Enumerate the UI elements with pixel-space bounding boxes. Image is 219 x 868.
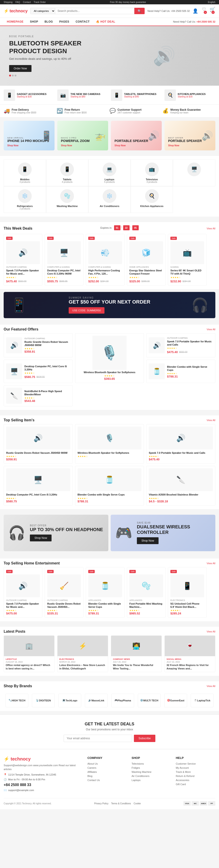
deals-view-all[interactable]: View All	[207, 227, 215, 230]
brand-hightech[interactable]: 🔧 HIGH TECH	[5, 693, 28, 707]
nav-blog[interactable]: BLOG	[41, 18, 56, 26]
cat-grid-kitchen[interactable]: 🍳 Kitchen Appliances	[131, 186, 173, 213]
footer-company-link-0[interactable]: About Us	[87, 762, 127, 765]
language-selector[interactable]: English	[208, 1, 215, 3]
terms-link[interactable]: Terms & Conditions	[111, 802, 131, 805]
footer-help-link-1[interactable]: My Account	[176, 767, 215, 769]
footer-help-link-4[interactable]: Accessories	[176, 779, 215, 781]
he-product-4[interactable]: Sale 🫧 APPLIANCES Foot Portable Mini Was…	[127, 567, 166, 618]
footer-shop-link-3[interactable]: Air Conditioners	[132, 775, 171, 777]
home-ent-view-all[interactable]: View All	[207, 562, 215, 565]
footer-company-link-2[interactable]: Affiliates	[87, 771, 127, 773]
footer-help-link-2[interactable]: Track & More	[176, 771, 215, 773]
promo-iphone[interactable]: NEW ARRIVAL iPHONE 14 PRO MOCKUPS Shop N…	[4, 121, 55, 150]
cat-grid-fridges[interactable]: ❄️ Refrigerators 2 products	[4, 186, 46, 213]
post-2[interactable]: ⚡ ELECTRONICS MARCH 18, 2022 Lotus Elect…	[57, 636, 108, 672]
ts-product-4[interactable]: 🖥️ Desktop Computer PC, Intel Core i5 3.…	[4, 466, 73, 505]
cat-kitchen[interactable]: 🍳 KITCHEN APPLIANCES Starting at $30	[164, 90, 215, 101]
promo-drone-cta[interactable]: Shop Now	[61, 144, 104, 147]
headphone-cta[interactable]: Shop Now	[30, 534, 52, 541]
post-4[interactable]: 🍷 SOCIAL MEDIA JULY 22, 2022 32 French W…	[164, 636, 215, 672]
brand-gunnereast[interactable]: 🎯 GunnerEast	[164, 693, 187, 707]
footer-shop-link-0[interactable]: Televisions	[132, 762, 171, 765]
promo-drone[interactable]: MAVIC 3 PRO POWERFUL ZOOM Shop Now 🚁	[57, 121, 108, 150]
featured-product-1[interactable]: 🔊 OUTDOOR CAMPING Rustic Granite Doves R…	[4, 333, 73, 358]
he-product-5[interactable]: Sale 📱 ELECTRONICS 5G Unlocked Cell Phon…	[168, 567, 207, 618]
contact-link[interactable]: Contact	[23, 1, 31, 3]
he-product-3[interactable]: Sale 🫙 APPLIANCES Blender Combo with Sin…	[86, 567, 125, 618]
ts-product-6[interactable]: 🔪 Vitamix A3500 Brushed Stainless Blende…	[146, 466, 215, 505]
promo-speaker-orange-cta[interactable]: Shop Now	[168, 144, 212, 147]
track-order-link[interactable]: Track Order	[34, 1, 46, 3]
privacy-link[interactable]: Privacy Policy	[94, 802, 108, 805]
cat-grid-mobiles[interactable]: 📱 Mobiles 3 products	[4, 159, 46, 186]
brand-playphama[interactable]: 🎮 PlayPhama	[111, 693, 134, 707]
brand-techlogo[interactable]: 💻 TechLogo	[58, 693, 81, 707]
brands-view-all[interactable]: View All	[207, 685, 215, 687]
featured-product-4[interactable]: 🖥️ Desktop Computer PC, Intel Core i5 3.…	[4, 360, 73, 383]
footer-shop-link-4[interactable]: Laptops	[132, 779, 171, 781]
email-input[interactable]	[64, 735, 132, 742]
deal-product-5[interactable]: Sale 📺 GAMING Series 65' 4K Smart OLED T…	[168, 234, 207, 285]
deal-product-3[interactable]: Sale 💨 COMPUTER & GAMING High Performanc…	[86, 234, 125, 285]
footer-company-link-1[interactable]: Careers	[87, 767, 127, 769]
footer-help-link-3[interactable]: Return & Refund	[176, 775, 215, 777]
footer-company-link-3[interactable]: Blog	[87, 775, 127, 777]
hero-dot-2[interactable]	[12, 74, 14, 76]
post-3[interactable]: 👩‍💻 COMPANY NEWS JULY 20, 2022 We Invite…	[111, 636, 162, 672]
ts-product-2[interactable]: 🎙️ Wireless Bluetooth Speaker for Softph…	[75, 424, 144, 464]
hero-dot-3[interactable]	[14, 74, 17, 76]
brand-masselink[interactable]: 🔊 MasseLink	[85, 693, 108, 707]
cat-grid-tv[interactable]: 📺 Television 3 products	[131, 159, 173, 186]
shipping-link[interactable]: Shipping	[4, 1, 12, 3]
cat-gadgets[interactable]: 📱 GADGET ACCESSORIES Starting at $30	[4, 90, 55, 101]
wishlist-icon[interactable]: ♡0	[202, 7, 206, 15]
deal-product-2[interactable]: Sale 🖥️ COMPUTER & GAMING Desktop Comput…	[45, 234, 84, 285]
hero-dot-1[interactable]	[9, 74, 11, 76]
ts-product-1[interactable]: 🔊 Rustic Granite Doves Robot Vacuum J500…	[4, 424, 73, 464]
featured-center-product[interactable]: 🎙️ Wireless Bluetooth Speaker for Softph…	[75, 333, 144, 383]
featured-product-3[interactable]: 🔊 OUTDOOR CAMPING Speek 7.0 Portable Spe…	[146, 333, 215, 358]
footer-company-link-4[interactable]: Contact Us	[87, 779, 127, 781]
controller-cta[interactable]: Shop Now	[137, 537, 159, 544]
cat-grid-tablets[interactable]: 📱 Tablets 4 products	[46, 159, 89, 186]
top-selling-view-all[interactable]: View All	[207, 419, 215, 422]
ts-product-3[interactable]: 🔊 Speek 7.0 Portable Speaker for Music a…	[146, 424, 215, 464]
featured-product-6[interactable]: 🔪 NutriiBullet 8-Piece High Speed Blende…	[4, 385, 73, 406]
cat-grid-misc[interactable]: 🖥️	[173, 159, 215, 186]
featured-product-5[interactable]: 🫙 Blender Combo with Single Serve Cups ★…	[146, 360, 215, 383]
cat-grid-ac[interactable]: ❄️ Air Conditioners	[88, 186, 131, 213]
nav-hot-deal[interactable]: 🔥 HOT DEAL	[93, 18, 119, 26]
site-logo[interactable]: ⚡ technocy	[4, 8, 28, 13]
nav-contact[interactable]: CONTACT	[72, 18, 93, 26]
promo-speaker-red[interactable]: PORTABLE SPEAKER Shop Now 🔊	[111, 121, 162, 150]
footer-help-link-5[interactable]: Gift Card	[176, 783, 215, 785]
brand-laptoptick[interactable]: 🖱️ LaptopTick	[191, 693, 214, 707]
posts-view-all[interactable]: View All	[207, 630, 215, 633]
cat-grid-laptops[interactable]: 💻 Laptops 5 products	[88, 159, 131, 186]
cookie-link[interactable]: Cookie	[134, 802, 141, 805]
deal-product-1[interactable]: Sale 🔊 OUTDOOR CAMPING Speek 7.0 Portabl…	[4, 234, 42, 285]
he-product-2[interactable]: Sale 🧹 OUTDOOR CAMPING Rustic Granite Do…	[45, 567, 84, 618]
cat-tablets[interactable]: 📱 TABLETS, SMARTPHONES Starting at $40	[111, 90, 162, 101]
nav-pages[interactable]: PAGES	[56, 18, 72, 26]
promo-speaker-orange[interactable]: BEST OFFER PORTABLE SPEAKER Shop Now 🔊	[164, 121, 215, 150]
footer-shop-link-2[interactable]: Washing Machine	[132, 771, 171, 773]
nav-shop[interactable]: SHOP	[27, 18, 41, 26]
promo-speaker-red-cta[interactable]: Shop Now	[115, 144, 158, 147]
brand-digiteen[interactable]: 📡 DIGITEEN	[32, 693, 55, 707]
deal-product-4[interactable]: Sale 🧊 HOME APPLIANCES Energy Star Stain…	[127, 234, 166, 285]
cat-cameras[interactable]: 📷 THE NEW 360 CAMERAS Starting at $80	[57, 90, 108, 101]
footer-help-link-0[interactable]: Customer Service	[176, 762, 215, 765]
category-select[interactable]: All categories	[30, 8, 55, 14]
he-product-1[interactable]: Sale 🔊 OUTDOOR CAMPING Speek 7.0 Portabl…	[4, 567, 42, 618]
subscribe-button[interactable]: Subscribe	[134, 735, 155, 742]
faq-link[interactable]: FAQ	[15, 1, 20, 3]
hero-cta[interactable]: Order Now	[9, 65, 31, 72]
ts-product-5[interactable]: 🫙 Blender Combo with Single Serve Cups ★…	[75, 466, 144, 505]
footer-shop-link-1[interactable]: Fridges	[132, 767, 171, 769]
featured-view-all[interactable]: View All	[207, 328, 215, 331]
summer-cta[interactable]: USE CODE: SUMMER50	[69, 307, 104, 314]
user-icon[interactable]: 👤	[192, 8, 198, 14]
brand-multitech[interactable]: ⚙️ MULTI TECH	[138, 693, 161, 707]
